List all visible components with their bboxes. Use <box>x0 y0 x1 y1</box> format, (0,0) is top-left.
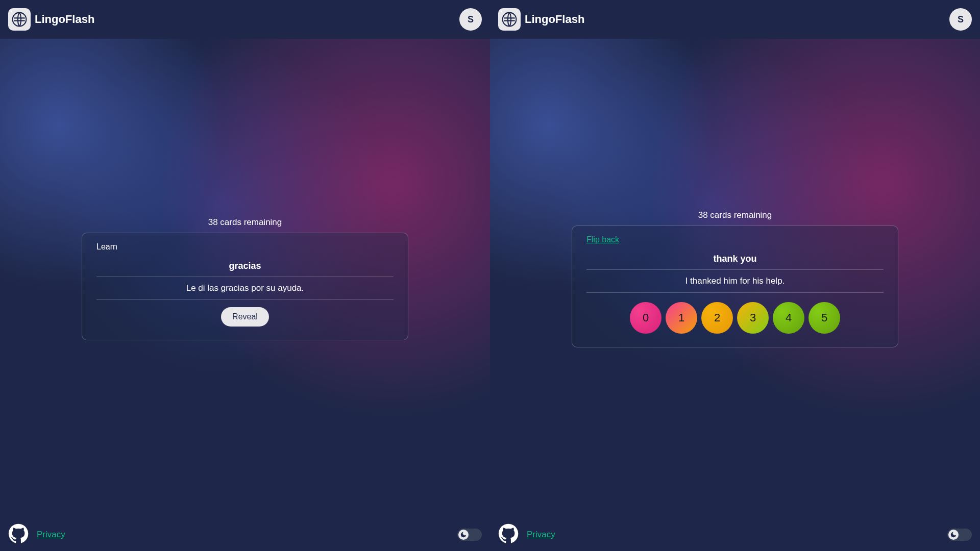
moon-icon <box>948 530 959 540</box>
card-sentence: Le di las gracias por su ayuda. <box>96 277 394 299</box>
logo[interactable]: LingoFlash <box>498 8 584 31</box>
flashcard-front: Learn gracias Le di las gracias por su a… <box>82 233 408 340</box>
rating-4-button[interactable]: 4 <box>773 302 804 334</box>
header: LingoFlash S <box>0 0 490 39</box>
card-mode-label: Learn <box>96 242 394 252</box>
logo-text: LingoFlash <box>35 13 94 26</box>
flashcard-back: Flip back thank you I thanked him for hi… <box>572 226 898 347</box>
theme-toggle[interactable] <box>947 529 972 541</box>
privacy-link[interactable]: Privacy <box>527 530 555 540</box>
main: 38 cards remaining Flip back thank you I… <box>490 39 980 518</box>
logo[interactable]: LingoFlash <box>8 8 94 31</box>
logo-icon <box>8 8 31 31</box>
rating-3-button[interactable]: 3 <box>737 302 769 334</box>
logo-icon <box>498 8 521 31</box>
svg-point-0 <box>13 13 27 27</box>
cards-remaining: 38 cards remaining <box>208 217 282 228</box>
avatar[interactable]: S <box>459 8 482 31</box>
moon-icon <box>458 530 469 540</box>
reveal-button[interactable]: Reveal <box>221 307 269 327</box>
footer: Privacy <box>490 518 980 551</box>
rating-2-button[interactable]: 2 <box>701 302 733 334</box>
divider <box>586 292 884 293</box>
card-word: gracias <box>96 261 394 277</box>
avatar[interactable]: S <box>949 8 972 31</box>
github-icon[interactable] <box>498 523 519 546</box>
divider <box>96 299 394 300</box>
rating-row: 0 1 2 3 4 5 <box>586 302 884 334</box>
theme-toggle[interactable] <box>457 529 482 541</box>
rating-1-button[interactable]: 1 <box>666 302 697 334</box>
flip-back-link[interactable]: Flip back <box>586 235 619 244</box>
svg-point-1 <box>503 13 517 27</box>
github-icon[interactable] <box>8 523 29 546</box>
privacy-link[interactable]: Privacy <box>37 530 65 540</box>
card-word: thank you <box>586 254 884 269</box>
cards-remaining: 38 cards remaining <box>698 210 772 220</box>
rating-0-button[interactable]: 0 <box>630 302 662 334</box>
rating-5-button[interactable]: 5 <box>808 302 840 334</box>
footer: Privacy <box>0 518 490 551</box>
header: LingoFlash S <box>490 0 980 39</box>
logo-text: LingoFlash <box>525 13 584 26</box>
main: 38 cards remaining Learn gracias Le di l… <box>0 39 490 518</box>
card-sentence: I thanked him for his help. <box>586 270 884 292</box>
